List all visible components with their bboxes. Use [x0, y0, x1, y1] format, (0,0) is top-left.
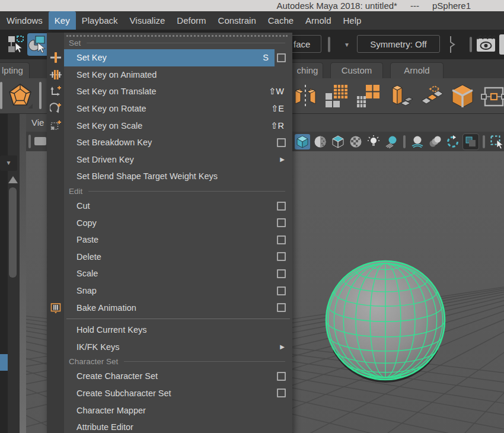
menu-item-ik-fk-keys[interactable]: IK/FK Keys▶	[47, 339, 292, 356]
psphere-object[interactable]	[326, 261, 445, 381]
menu-item-copy[interactable]: Copy	[47, 214, 292, 231]
menu-item-set-key[interactable]: Set KeyS	[47, 49, 292, 66]
render-view-icon[interactable]	[476, 34, 496, 57]
menu-item-label: Snap	[64, 286, 277, 295]
menu-item-hold-current-keys[interactable]: Hold Current Keys	[47, 321, 292, 339]
mirror-geometry-icon[interactable]	[292, 83, 318, 109]
menu-item-label: Paste	[64, 235, 277, 244]
loop-refresh-icon[interactable]	[445, 134, 461, 149]
scrollbar-up-arrow[interactable]	[8, 176, 18, 183]
menubar-item-windows[interactable]: Windows	[1, 11, 49, 30]
current-object-name: pSphere1	[432, 1, 471, 11]
option-box-icon[interactable]	[277, 53, 286, 62]
smooth-shade-sphere-icon[interactable]	[312, 134, 328, 149]
menu-item-scale[interactable]: Scale	[47, 265, 292, 282]
menu-item-create-character-set[interactable]: Create Character Set	[47, 368, 292, 385]
menu-section-label: Edit	[64, 187, 82, 196]
collapse-arrow-icon[interactable]	[449, 36, 456, 56]
option-box-icon[interactable]	[277, 286, 286, 295]
motion-blur-icon[interactable]	[428, 134, 443, 149]
option-box-icon[interactable]	[277, 218, 286, 227]
menu-item-shortcut: ⇧E	[271, 104, 284, 113]
menu-separator-row	[47, 316, 292, 321]
menu-item-delete[interactable]: Delete	[47, 249, 292, 266]
shelf-tab-sculpting-partial[interactable]: lpting	[0, 62, 30, 78]
statusline-handle-2[interactable]	[470, 37, 472, 52]
wireframe-cube-icon[interactable]	[295, 134, 310, 149]
menubar-item-constrain[interactable]: Constrain	[212, 11, 262, 30]
option-box-icon[interactable]	[277, 235, 286, 244]
shadows-icon[interactable]	[384, 134, 399, 149]
extrude-box-icon[interactable]	[387, 83, 413, 109]
menu-item-set-breakdown-key[interactable]: Set Breakdown Key	[47, 134, 292, 151]
shelf-tab-ching[interactable]: ching	[292, 62, 323, 78]
textured-ground-icon[interactable]	[410, 134, 425, 149]
menu-item-set-key-on-translate[interactable]: Set Key on Translate⇧W	[47, 83, 292, 100]
screen-space-icon[interactable]	[463, 134, 479, 149]
menu-item-label: Set Breakdown Key	[64, 138, 277, 147]
menu-item-attribute-editor[interactable]: Attribute Editor	[47, 419, 292, 433]
panel-dropdown-button[interactable]: ▼	[0, 155, 17, 171]
option-box-icon[interactable]	[277, 138, 286, 147]
option-box-icon[interactable]	[277, 372, 286, 381]
menu-item-cut[interactable]: Cut	[47, 198, 292, 215]
shelf-tab-arnold[interactable]: Arnold	[390, 62, 444, 78]
menu-section-character-set: Character Set	[47, 355, 292, 368]
menu-item-set-key-on-animated[interactable]: Set Key on Animated	[47, 66, 292, 84]
set-key-icon	[50, 52, 62, 63]
menubar-item-key[interactable]: Key	[49, 11, 76, 30]
main-menubar: WindowsKeyPlaybackVisualizeDeformConstra…	[0, 11, 504, 30]
option-box-icon[interactable]	[277, 202, 286, 211]
menubar-item-arnold[interactable]: Arnold	[299, 11, 337, 30]
option-box-icon[interactable]	[277, 252, 286, 261]
menubar-item-deform[interactable]: Deform	[171, 11, 212, 30]
viewport-toolbar-handle[interactable]	[483, 135, 485, 148]
menu-item-set-key-on-scale[interactable]: Set Key on Scale⇧R	[47, 117, 292, 134]
connect-node-icon[interactable]	[481, 83, 504, 109]
chevron-down-icon[interactable]: ▼	[344, 42, 350, 48]
menubar-item-playback[interactable]: Playback	[76, 11, 124, 30]
shelf-item-platonic-solid[interactable]	[6, 81, 34, 111]
menu-item-character-mapper[interactable]: Character Mapper	[47, 402, 292, 419]
select-marquee-icon[interactable]	[489, 134, 504, 149]
menu-item-create-subcharacter-set[interactable]: Create Subcharacter Set	[47, 385, 292, 402]
select-hierarchy-button[interactable]	[4, 33, 27, 56]
menu-item-label: Bake Animation	[64, 303, 277, 313]
window-title: Autodesk Maya 2018: untitled*	[276, 1, 397, 11]
xray-cube-icon[interactable]	[330, 134, 346, 149]
bevel-cube-icon[interactable]	[449, 83, 476, 109]
menu-item-set-key-on-rotate[interactable]: Set Key on Rotate⇧E	[47, 100, 292, 117]
menu-item-set-blend-shape-target-weight-keys[interactable]: Set Blend Shape Target Weight Keys	[47, 168, 292, 185]
shelf-separator-2	[39, 82, 42, 109]
scrollbar-thumb[interactable]	[9, 187, 17, 278]
menu-item-label: Hold Current Keys	[64, 325, 292, 335]
statusline-handle[interactable]	[328, 37, 330, 52]
menubar-item-visualize[interactable]: Visualize	[124, 11, 171, 30]
quick-layout-selected-button[interactable]	[0, 354, 8, 371]
menu-item-paste[interactable]: Paste	[47, 231, 292, 249]
option-box-icon[interactable]	[277, 303, 286, 312]
default-light-icon[interactable]	[366, 134, 381, 149]
option-box-icon[interactable]	[277, 389, 286, 397]
symmetry-field[interactable]: Symmetry: Off	[357, 35, 440, 53]
menu-item-label: Set Key on Scale	[64, 121, 270, 130]
reduce-grid-icon[interactable]	[355, 83, 381, 109]
object-type-field[interactable]: face	[292, 35, 321, 53]
menu-item-bake-animation[interactable]: Bake Animation	[47, 299, 292, 316]
menubar-item-cache[interactable]: Cache	[262, 11, 299, 30]
shelf-tab-custom[interactable]: Custom	[330, 62, 383, 78]
menu-item-label: Set Blend Shape Target Weight Keys	[64, 171, 292, 181]
checker-sphere-icon[interactable]	[348, 134, 363, 149]
panel-divider[interactable]	[20, 114, 26, 433]
viewport-toolbar-handle[interactable]	[28, 135, 31, 148]
menu-item-label: Create Character Set	[64, 371, 277, 381]
key-menu-dropdown: Set Set KeySSet Key on AnimatedSet Key o…	[47, 33, 292, 433]
menubar-item-help[interactable]: Help	[337, 11, 367, 30]
quad-grid-icon[interactable]	[324, 83, 350, 109]
menu-item-snap[interactable]: Snap	[47, 282, 292, 300]
menu-item-set-driven-key[interactable]: Set Driven Key▶	[47, 151, 292, 168]
viewport-toolbar-handle[interactable]	[403, 135, 406, 148]
option-box-icon[interactable]	[277, 269, 286, 278]
menu-tearoff[interactable]	[47, 33, 292, 37]
tile-pattern-icon[interactable]	[418, 83, 444, 109]
